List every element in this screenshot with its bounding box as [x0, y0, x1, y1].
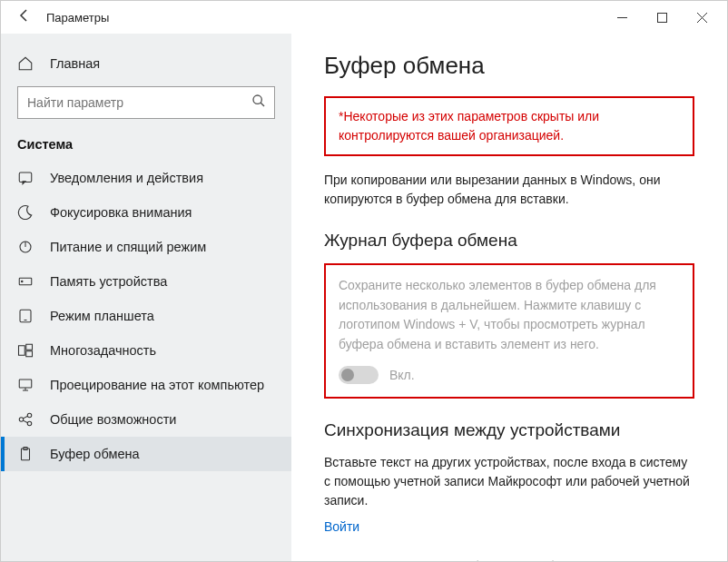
svg-point-17 — [19, 418, 24, 422]
clear-heading-partial: Очистить данные буфера обмена — [324, 558, 694, 561]
sidebar-item-shared-experiences[interactable]: Общие возможности — [1, 402, 291, 437]
sidebar-item-projecting[interactable]: Проецирование на этот компьютер — [1, 368, 291, 402]
power-icon — [17, 239, 34, 255]
svg-rect-15 — [26, 351, 33, 357]
sidebar-item-label: Уведомления и действия — [50, 171, 203, 185]
page-title: Буфер обмена — [324, 52, 694, 80]
svg-rect-6 — [19, 173, 32, 182]
history-toggle-label: Вкл. — [389, 368, 415, 382]
svg-rect-14 — [26, 344, 33, 350]
sidebar-item-label: Многозадачность — [50, 343, 156, 358]
sidebar-item-label: Буфер обмена — [50, 447, 140, 461]
sidebar-item-label: Режим планшета — [50, 309, 154, 323]
minimize-button[interactable] — [602, 1, 642, 34]
tablet-icon — [17, 308, 34, 324]
svg-rect-16 — [19, 380, 32, 388]
content-area: Буфер обмена *Некоторые из этих параметр… — [291, 34, 727, 561]
history-heading: Журнал буфера обмена — [324, 231, 694, 251]
intro-text: При копировании или вырезании данных в W… — [324, 171, 694, 209]
clipboard-icon — [17, 446, 34, 462]
close-button[interactable] — [682, 1, 722, 34]
svg-line-20 — [23, 416, 27, 419]
signin-link[interactable]: Войти — [324, 519, 359, 534]
svg-point-10 — [22, 281, 24, 282]
project-icon — [17, 377, 34, 393]
svg-rect-1 — [657, 13, 666, 22]
sidebar-item-label: Проецирование на этот компьютер — [50, 378, 264, 392]
sidebar-item-label: Фокусировка внимания — [50, 205, 192, 220]
sidebar-item-label: Память устройства — [50, 274, 167, 289]
sidebar-item-power-sleep[interactable]: Питание и спящий режим — [1, 230, 291, 264]
svg-line-21 — [23, 420, 27, 423]
sidebar-item-label: Общие возможности — [50, 412, 176, 427]
sidebar-item-multitasking[interactable]: Многозадачность — [1, 333, 291, 368]
history-section: Сохраните несколько элементов в буфер об… — [324, 263, 694, 399]
svg-line-5 — [261, 103, 264, 106]
sidebar-category: Система — [1, 132, 291, 161]
sync-description: Вставьте текст на других устройствах, по… — [324, 453, 694, 510]
moon-icon — [17, 204, 34, 221]
home-icon — [17, 55, 34, 72]
sidebar-item-tablet-mode[interactable]: Режим планшета — [1, 299, 291, 333]
maximize-button[interactable] — [642, 1, 682, 34]
notification-icon — [17, 170, 34, 186]
sidebar-item-storage[interactable]: Память устройства — [1, 264, 291, 299]
titlebar: Параметры — [1, 1, 727, 34]
svg-rect-13 — [19, 346, 25, 356]
sidebar-item-focus-assist[interactable]: Фокусировка внимания — [1, 195, 291, 230]
sidebar-item-clipboard[interactable]: Буфер обмена — [1, 437, 291, 471]
sync-heading: Синхронизация между устройствами — [324, 420, 694, 440]
window-title: Параметры — [46, 11, 109, 25]
sidebar-home-label: Главная — [50, 56, 100, 71]
storage-icon — [17, 273, 34, 290]
svg-point-18 — [27, 413, 32, 418]
sidebar-item-notifications[interactable]: Уведомления и действия — [1, 161, 291, 195]
history-toggle[interactable] — [339, 366, 379, 384]
sidebar-item-label: Питание и спящий режим — [50, 240, 206, 254]
history-description: Сохраните несколько элементов в буфер об… — [339, 276, 680, 355]
multitask-icon — [17, 342, 34, 359]
back-button[interactable] — [12, 8, 37, 26]
search-input[interactable] — [17, 86, 275, 119]
sidebar-home[interactable]: Главная — [1, 46, 291, 81]
search-icon — [251, 94, 266, 112]
sidebar: Главная Система Уведомления и действия Ф… — [1, 34, 291, 561]
share-icon — [17, 411, 34, 428]
svg-point-19 — [27, 421, 32, 426]
svg-point-4 — [253, 95, 261, 104]
policy-notice: *Некоторые из этих параметров скрыты или… — [324, 96, 694, 156]
